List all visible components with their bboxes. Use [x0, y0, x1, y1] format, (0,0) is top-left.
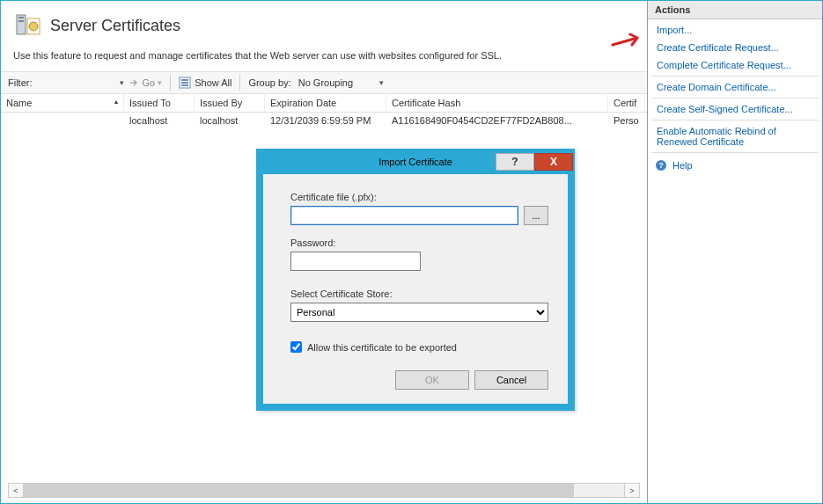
chevron-down-icon[interactable]: ▾ [379, 78, 384, 87]
cert-store-select[interactable]: Personal [290, 303, 548, 322]
scroll-left-button[interactable]: < [9, 484, 24, 497]
svg-rect-6 [181, 79, 188, 81]
col-expiration[interactable]: Expiration Date [265, 94, 386, 112]
actions-pane: Actions Import... Create Certificate Req… [647, 1, 822, 503]
scroll-right-button[interactable]: > [624, 484, 639, 497]
separator [239, 75, 240, 91]
filter-dropdown-icon[interactable]: ▾ [120, 78, 124, 87]
page-title: Server Certificates [50, 17, 180, 35]
separator [651, 152, 819, 153]
action-import[interactable]: Import... [648, 21, 822, 39]
col-hash[interactable]: Certificate Hash [386, 94, 608, 112]
scroll-thumb[interactable] [24, 484, 574, 497]
cert-file-label: Certificate file (.pfx): [290, 192, 548, 202]
dialog-titlebar[interactable]: Import Certificate ? X [257, 150, 574, 174]
svg-rect-1 [18, 17, 24, 18]
toolbar: Filter: ▾ Go ▾ Show All Group by: No Gro… [1, 71, 647, 94]
dialog-help-button[interactable]: ? [496, 153, 534, 171]
svg-rect-7 [181, 82, 188, 84]
allow-export-checkbox[interactable]: Allow this certificate to be exported [290, 341, 548, 353]
separator [170, 75, 171, 91]
groupby-label: Group by: [248, 77, 290, 88]
action-create-domain[interactable]: Create Domain Certificate... [648, 78, 822, 96]
svg-text:?: ? [658, 161, 664, 170]
table-row[interactable]: localhost localhost 12/31/2039 6:59:59 P… [1, 113, 647, 128]
col-issued-by[interactable]: Issued By [195, 94, 265, 112]
password-input[interactable] [290, 252, 421, 271]
go-button[interactable]: Go ▾ [129, 77, 163, 88]
store-label: Select Certificate Store: [290, 289, 548, 299]
action-help[interactable]: ? Help [648, 155, 822, 176]
svg-point-4 [29, 22, 38, 31]
server-certificates-icon [13, 10, 43, 41]
action-enable-rebind[interactable]: Enable Automatic Rebind of Renewed Certi… [648, 122, 822, 150]
ok-button[interactable]: OK [395, 370, 469, 390]
horizontal-scrollbar[interactable]: < > [8, 483, 640, 498]
svg-rect-8 [181, 84, 188, 86]
dialog-close-button[interactable]: X [534, 153, 573, 171]
groupby-select[interactable]: No Grouping [297, 77, 355, 89]
separator [651, 76, 819, 77]
annotation-arrow-icon [611, 33, 646, 52]
col-store[interactable]: Certif [608, 94, 645, 112]
sort-asc-icon: ▴ [114, 98, 118, 106]
cancel-button[interactable]: Cancel [474, 370, 548, 390]
password-label: Password: [290, 237, 548, 248]
col-name[interactable]: Name▴ [1, 94, 124, 112]
actions-title: Actions [648, 1, 822, 19]
allow-export-input[interactable] [290, 341, 302, 353]
show-all-button[interactable]: Show All [179, 77, 231, 89]
separator [651, 120, 819, 121]
svg-rect-2 [18, 20, 24, 22]
scroll-track[interactable] [24, 484, 624, 497]
page-subtitle: Use this feature to request and manage c… [1, 47, 647, 71]
help-icon: ? [655, 159, 667, 172]
import-certificate-dialog: Import Certificate ? X Certificate file … [256, 149, 575, 411]
filter-label: Filter: [8, 77, 33, 88]
action-create-request[interactable]: Create Certificate Request... [648, 39, 822, 56]
action-create-self-signed[interactable]: Create Self-Signed Certificate... [648, 100, 822, 118]
action-complete-request[interactable]: Complete Certificate Request... [648, 56, 822, 74]
cert-file-input[interactable] [290, 206, 518, 225]
filter-input[interactable] [34, 75, 118, 91]
separator [651, 98, 819, 99]
col-issued-to[interactable]: Issued To [124, 94, 195, 112]
browse-button[interactable]: ... [524, 206, 548, 225]
